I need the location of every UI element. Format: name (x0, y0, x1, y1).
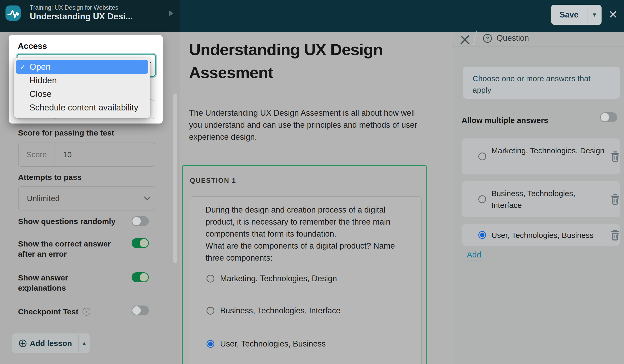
toggle-label: Show answer explanations (18, 273, 118, 293)
attempts-selected-value: Unlimited (27, 187, 60, 210)
quiz-description[interactable]: The Understanding UX Design Assesment is… (189, 107, 419, 143)
allow-multiple-answers-toggle[interactable] (600, 112, 617, 122)
delete-answer-trash-icon[interactable] (610, 230, 620, 241)
panel-header-divider (452, 46, 624, 46)
answer-card[interactable]: Marketing, Technologies, Design (462, 138, 620, 174)
menu-item-label: Close (30, 89, 51, 99)
lesson-title: Understanding UX Desi... (30, 11, 133, 21)
save-dropdown-caret-icon[interactable]: ▼ (587, 5, 602, 25)
answer-option-label[interactable]: Business, Technologies, Interface (220, 306, 340, 315)
score-input-group[interactable]: Score 10 (18, 143, 155, 167)
chevron-down-icon (144, 196, 151, 201)
toggle-knob (132, 217, 141, 225)
score-field-divider (55, 143, 55, 166)
toggle-row-checkpoint-test: Checkpoint Test i (18, 307, 90, 317)
add-lesson-caret-icon[interactable]: ▲ (79, 333, 90, 353)
menu-item-schedule-content-availability[interactable]: Schedule content availability (16, 101, 148, 114)
toggle-knob (140, 239, 148, 247)
score-input[interactable]: 10 (63, 143, 72, 166)
add-lesson-split-button[interactable]: Add lesson ▲ (12, 333, 90, 353)
attempts-select[interactable]: Unlimited (18, 186, 155, 210)
question-text-line: components that form its foundation. (205, 229, 414, 239)
pulse-waveform-icon (5, 5, 21, 21)
menu-item-open[interactable]: ✓ Open (16, 60, 148, 74)
toggle-label: Show questions randomly (18, 216, 118, 226)
question-type-hint-box: Choose one or more answers that apply (463, 67, 620, 99)
top-header: Training: UX Design for Websites Underst… (0, 0, 624, 32)
menu-item-close[interactable]: Close (16, 87, 148, 101)
toggle-knob (132, 306, 141, 315)
toggle-label: Show the correct answer after an error (18, 239, 118, 259)
design-tools-icon[interactable] (460, 34, 470, 45)
hint-text: Choose one or more answers that apply (473, 73, 598, 96)
correct-answer-radio-selected[interactable] (478, 231, 486, 239)
save-split-button[interactable]: Save ▼ (551, 5, 602, 25)
menu-item-label: Open (30, 62, 51, 72)
add-lesson-button[interactable]: Add lesson (12, 333, 78, 353)
checkpoint-test-toggle[interactable] (132, 306, 149, 315)
answer-text[interactable]: User, Technologies, Business (491, 229, 617, 241)
answer-card[interactable]: Business, Technologies, Interface (462, 181, 620, 217)
breadcrumb-question: Question (497, 33, 529, 43)
score-field-label: Score (19, 143, 55, 166)
question-content-box: During the design and creation process o… (190, 196, 422, 364)
delete-answer-trash-icon[interactable] (610, 194, 620, 205)
menu-item-label: Schedule content availability (30, 103, 138, 113)
quiz-title[interactable]: Understanding UX Design Assesment (189, 38, 450, 84)
question-settings-panel: ? Question Choose one or more answers th… (452, 32, 624, 364)
info-icon[interactable]: i (83, 308, 90, 316)
show-correct-answer-toggle[interactable] (132, 238, 149, 248)
checkmark-icon: ✓ (16, 62, 30, 72)
add-lesson-label: Add lesson (30, 339, 72, 348)
menu-item-label: Hidden (30, 75, 57, 85)
add-answer-link[interactable]: Add (467, 250, 481, 261)
answer-text[interactable]: Business, Technologies, Interface (491, 187, 606, 211)
show-answer-explanations-toggle[interactable] (132, 272, 149, 282)
score-section-label: Score for passing the test (18, 128, 114, 137)
close-icon[interactable]: ✕ (608, 9, 618, 20)
question-1-block[interactable]: QUESTION 1 During the design and creatio… (182, 165, 427, 364)
answer-option-label[interactable]: Marketing, Technologies, Design (220, 274, 337, 283)
sidebar-scrollbar[interactable] (173, 93, 177, 263)
expand-chevron-icon[interactable] (169, 10, 173, 16)
question-text-line: What are the components of a digital pro… (205, 241, 414, 251)
toggle-row-show-correct-answer: Show the correct answer after an error (18, 239, 118, 259)
menu-item-hidden[interactable]: Hidden (16, 74, 148, 87)
question-number-label: QUESTION 1 (190, 177, 236, 185)
correct-answer-radio[interactable] (478, 152, 486, 160)
toggle-label: Checkpoint Test (18, 307, 78, 317)
toggle-row-show-answer-explanations: Show answer explanations (18, 273, 118, 293)
access-dropdown-menu: ✓ Open Hidden Close Schedule content ava… (14, 58, 150, 118)
delete-answer-trash-icon[interactable] (610, 151, 620, 162)
show-questions-randomly-toggle[interactable] (132, 216, 149, 226)
quiz-editor-screen: Training: UX Design for Websites Underst… (0, 0, 624, 364)
question-text-line: During the design and creation process o… (205, 205, 414, 215)
answer-text[interactable]: Marketing, Technologies, Design (491, 145, 606, 156)
attempts-section-label: Attempts to pass (18, 173, 81, 182)
save-button[interactable]: Save (551, 5, 587, 25)
question-text-line: three components: (205, 253, 414, 263)
access-label: Access (18, 41, 47, 51)
plus-circle-icon (19, 339, 27, 347)
toggle-row-show-questions-randomly: Show questions randomly (18, 216, 118, 226)
quiz-canvas: Understanding UX Design Assesment The Un… (180, 32, 452, 364)
answer-radio[interactable] (207, 275, 214, 283)
question-text-line: product, it is necessary to remember the… (205, 217, 414, 227)
toggle-knob (140, 273, 148, 281)
app-logo[interactable] (5, 5, 21, 21)
answer-radio-selected[interactable] (207, 340, 214, 348)
answer-radio[interactable] (207, 307, 214, 315)
answer-option-label[interactable]: User, Technologies, Business (220, 339, 326, 349)
breadcrumb-separator (473, 31, 477, 46)
correct-answer-radio[interactable] (478, 195, 486, 203)
allow-multiple-answers-label: Allow multiple answers (462, 116, 548, 125)
answer-card-selected[interactable]: User, Technologies, Business (462, 224, 620, 246)
toggle-knob (601, 113, 609, 121)
course-breadcrumb: Training: UX Design for Websites (30, 4, 118, 11)
question-bubble-icon: ? (483, 34, 492, 43)
